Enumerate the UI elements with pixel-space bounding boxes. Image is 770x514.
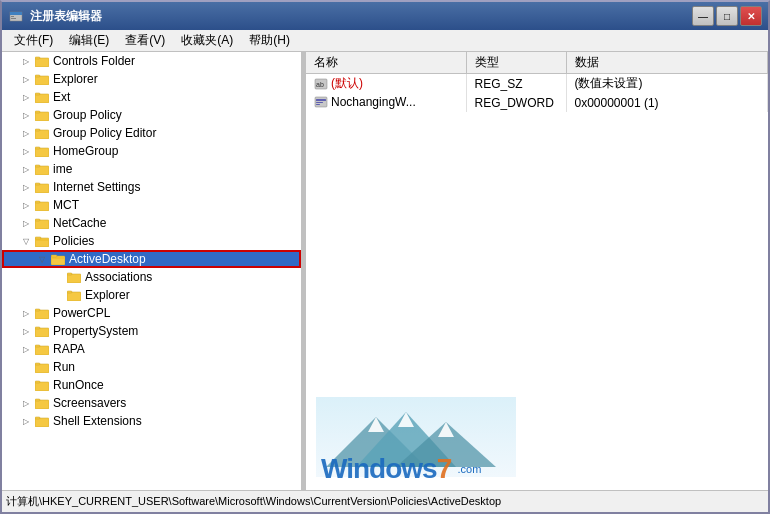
tree-item-ext[interactable]: ▷ Ext <box>2 88 301 106</box>
folder-icon <box>34 395 50 411</box>
svg-marker-59 <box>398 412 414 427</box>
svg-rect-45 <box>35 399 40 401</box>
tree-item-rapa[interactable]: ▷ RAPA <box>2 340 301 358</box>
tree-item-controls-folder[interactable]: ▷ Controls Folder <box>2 52 301 70</box>
minimize-button[interactable]: — <box>692 6 714 26</box>
registry-editor-window: 注册表编辑器 — □ ✕ 文件(F) 编辑(E) 查看(V) 收藏夹(A) 帮助… <box>0 0 770 514</box>
menu-edit[interactable]: 编辑(E) <box>61 30 117 51</box>
svg-marker-58 <box>368 417 384 432</box>
tree-item-group-policy-editor[interactable]: ▷ Group Policy Editor <box>2 124 301 142</box>
tree-item-screensavers[interactable]: ▷ Screensavers <box>2 394 301 412</box>
tree-item-explorer[interactable]: ▷ Explorer <box>2 70 301 88</box>
svg-rect-38 <box>35 346 49 355</box>
tree-item-ime[interactable]: ▷ ime <box>2 160 301 178</box>
tree-label: Group Policy Editor <box>53 126 156 140</box>
tree-item-policies[interactable]: ▽ Policies <box>2 232 301 250</box>
window-controls: — □ ✕ <box>692 6 762 26</box>
cell-type: REG_DWORD <box>466 94 566 112</box>
svg-rect-2 <box>11 16 14 17</box>
watermark-text: Windows7 <box>321 453 451 484</box>
folder-icon <box>34 413 50 429</box>
column-header-data: 数据 <box>566 52 768 74</box>
tree-label: Explorer <box>85 288 130 302</box>
tree-label: Internet Settings <box>53 180 140 194</box>
svg-rect-24 <box>35 238 49 247</box>
tree-item-explorer2[interactable]: ▷ Explorer <box>2 286 301 304</box>
expand-icon: ▷ <box>18 179 34 195</box>
tree-item-shell-extensions[interactable]: ▷ Shell Extensions <box>2 412 301 430</box>
table-row[interactable]: NochangingW... REG_DWORD 0x00000001 (1) <box>306 94 768 112</box>
menu-view[interactable]: 查看(V) <box>117 30 173 51</box>
expand-icon: ▽ <box>18 233 34 249</box>
svg-rect-16 <box>35 166 49 175</box>
tree-item-active-desktop[interactable]: ▽ ActiveDesktop <box>2 250 301 268</box>
svg-rect-32 <box>67 292 81 301</box>
svg-rect-30 <box>67 274 81 283</box>
svg-text:ab: ab <box>316 81 324 88</box>
svg-rect-27 <box>51 256 65 265</box>
tree-item-netcache[interactable]: ▷ NetCache <box>2 214 301 232</box>
tree-item-property-system[interactable]: ▷ PropertySystem <box>2 322 301 340</box>
folder-icon <box>34 323 50 339</box>
tree-label: HomeGroup <box>53 144 118 158</box>
folder-icon-open <box>50 251 66 267</box>
svg-rect-8 <box>35 94 49 103</box>
expand-icon: ▷ <box>18 161 34 177</box>
tree-item-mct[interactable]: ▷ MCT <box>2 196 301 214</box>
tree-panel: ▷ Controls Folder ▷ Explorer ▷ <box>2 52 302 490</box>
window-title: 注册表编辑器 <box>30 8 692 25</box>
tree-item-associations[interactable]: ▷ Associations <box>2 268 301 286</box>
status-bar: 计算机\HKEY_CURRENT_USER\Software\Microsoft… <box>2 490 768 512</box>
table-row[interactable]: ab (默认) REG_SZ (数值未设置) <box>306 74 768 94</box>
tree-scroll[interactable]: ▷ Controls Folder ▷ Explorer ▷ <box>2 52 301 490</box>
svg-rect-22 <box>35 220 49 229</box>
watermark-domain: .com <box>458 463 482 475</box>
svg-rect-23 <box>35 219 40 221</box>
tree-label: Explorer <box>53 72 98 86</box>
folder-icon <box>34 89 50 105</box>
cell-data: 0x00000001 (1) <box>566 94 768 112</box>
svg-rect-28 <box>51 255 57 257</box>
tree-label: Controls Folder <box>53 54 135 68</box>
expand-icon: ▷ <box>18 89 34 105</box>
expand-icon: ▷ <box>18 413 34 429</box>
menu-help[interactable]: 帮助(H) <box>241 30 298 51</box>
folder-icon <box>34 179 50 195</box>
expand-icon: ▷ <box>18 395 34 411</box>
expand-icon: ▷ <box>18 143 34 159</box>
folder-icon <box>34 53 50 69</box>
menu-file[interactable]: 文件(F) <box>6 30 61 51</box>
menu-favorites[interactable]: 收藏夹(A) <box>173 30 241 51</box>
svg-rect-15 <box>35 147 40 149</box>
svg-rect-14 <box>35 148 49 157</box>
svg-rect-11 <box>35 111 40 113</box>
svg-rect-33 <box>67 291 72 293</box>
tree-item-homegroup[interactable]: ▷ HomeGroup <box>2 142 301 160</box>
svg-rect-47 <box>35 417 40 419</box>
maximize-button[interactable]: □ <box>716 6 738 26</box>
expand-icon: ▷ <box>18 215 34 231</box>
tree-item-group-policy[interactable]: ▷ Group Policy <box>2 106 301 124</box>
close-button[interactable]: ✕ <box>740 6 762 26</box>
title-bar: 注册表编辑器 — □ ✕ <box>2 2 768 30</box>
svg-rect-46 <box>35 418 49 427</box>
folder-icon <box>34 197 50 213</box>
cell-type: REG_SZ <box>466 74 566 94</box>
svg-rect-10 <box>35 112 49 121</box>
app-icon <box>8 8 24 24</box>
folder-icon <box>66 287 82 303</box>
tree-label: Run <box>53 360 75 374</box>
tree-label: ime <box>53 162 72 176</box>
tree-label: Policies <box>53 234 94 248</box>
registry-table[interactable]: 名称 类型 数据 ab <box>306 52 768 271</box>
svg-marker-56 <box>356 412 456 467</box>
tree-item-run[interactable]: ▷ Run <box>2 358 301 376</box>
tree-item-powercpl[interactable]: ▷ PowerCPL <box>2 304 301 322</box>
tree-item-runonce[interactable]: ▷ RunOnce <box>2 376 301 394</box>
expand-icon: ▷ <box>18 53 34 69</box>
expand-icon: ▷ <box>18 71 34 87</box>
tree-item-internet-settings[interactable]: ▷ Internet Settings <box>2 178 301 196</box>
svg-marker-55 <box>326 417 426 467</box>
tree-label: Shell Extensions <box>53 414 142 428</box>
tree-label: ActiveDesktop <box>69 252 146 266</box>
